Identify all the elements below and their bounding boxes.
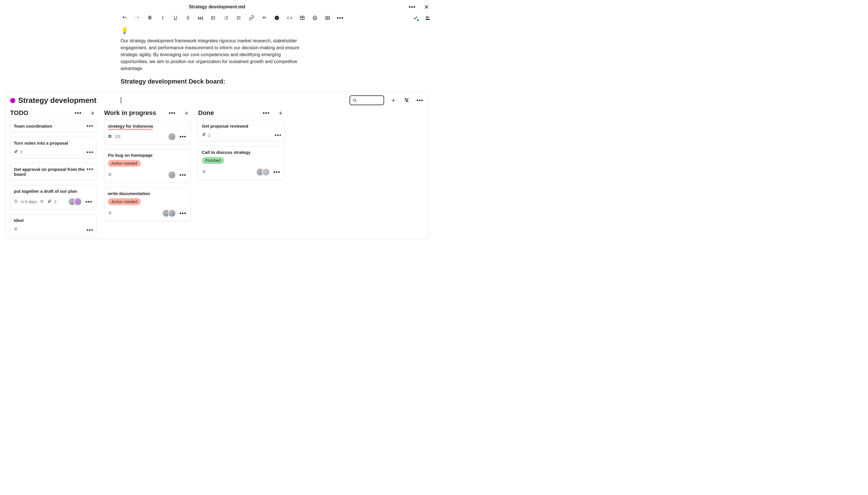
assignees <box>162 209 176 217</box>
clear-filter-button[interactable] <box>403 96 411 104</box>
avatar <box>168 133 176 141</box>
card-menu-button[interactable]: ••• <box>179 171 187 179</box>
card[interactable]: Fix bug on homepage Action needed ••• <box>104 149 191 183</box>
column-title[interactable]: TODO <box>10 109 28 117</box>
card-menu-button[interactable]: ••• <box>179 209 187 217</box>
emoji-button[interactable] <box>312 15 318 21</box>
card-menu-button[interactable]: ••• <box>273 168 281 176</box>
card-title: Get proposal reviewed <box>202 124 281 129</box>
board-title[interactable]: Strategy development <box>18 96 97 105</box>
card[interactable]: Get approval on proposal from the board … <box>10 163 97 181</box>
attachment-count: 1 <box>208 133 211 137</box>
add-card-button[interactable]: ＋ <box>277 109 284 117</box>
underline-button[interactable]: U <box>173 15 178 21</box>
share-users-button[interactable] <box>425 15 430 21</box>
card-title: Get approval on proposal from the board <box>14 167 93 177</box>
add-card-button[interactable]: ＋ <box>88 109 97 117</box>
svg-point-11 <box>315 17 316 18</box>
card-menu-button[interactable]: ••• <box>85 198 93 206</box>
link-button[interactable] <box>249 15 255 21</box>
column-title[interactable]: Done <box>198 109 214 117</box>
column-todo: TODO ••• ＋ Team coordination ••• Turn no… <box>10 109 97 236</box>
italic-button[interactable]: I <box>160 15 165 21</box>
card-menu-button[interactable]: ••• <box>86 123 94 129</box>
svg-point-0 <box>212 16 212 17</box>
unordered-list-button[interactable] <box>211 15 216 21</box>
svg-point-14 <box>426 16 428 18</box>
board-search[interactable] <box>349 96 384 105</box>
card-menu-button[interactable]: ••• <box>86 227 94 233</box>
code-block-button[interactable] <box>286 15 292 21</box>
column-wip: Work in progress ••• ＋ strategy for indo… <box>104 109 191 226</box>
avatar <box>168 209 176 217</box>
undo-button[interactable] <box>122 15 128 21</box>
card-label: Finished <box>202 157 224 164</box>
board-more-button[interactable]: ••• <box>416 96 424 104</box>
description-icon <box>108 211 113 216</box>
document-body[interactable]: 💡 Our strategy development framework int… <box>120 27 305 85</box>
board-color-dot <box>10 98 15 103</box>
card-menu-button[interactable]: ••• <box>179 133 187 141</box>
checklist-button[interactable] <box>236 15 242 21</box>
card-label: Action needed <box>108 160 141 167</box>
svg-text:3: 3 <box>224 18 225 20</box>
add-card-button[interactable]: ＋ <box>182 109 191 117</box>
add-list-button[interactable]: ＋ <box>389 96 397 104</box>
board-menu-button[interactable]: ••• <box>117 97 125 105</box>
clock-icon <box>14 199 18 204</box>
image-button[interactable] <box>325 15 330 21</box>
heading-button[interactable]: H1 <box>198 15 203 21</box>
card-title: Call to discuss strategy <box>202 150 281 155</box>
ordered-list-button[interactable]: 123 <box>223 15 229 21</box>
bold-button[interactable]: B <box>147 15 153 21</box>
card-menu-button[interactable]: ••• <box>86 166 94 172</box>
attachment-icon <box>202 133 206 138</box>
document-paragraph[interactable]: Our strategy development framework integ… <box>120 37 305 72</box>
card[interactable]: Turn notes into a proposal ••• 2 <box>10 137 97 158</box>
card-menu-button[interactable]: ••• <box>275 132 281 138</box>
svg-point-10 <box>314 17 315 18</box>
editor-toolbar: B I U H1 123 i <box>0 14 434 22</box>
svg-rect-12 <box>326 16 330 20</box>
svg-point-13 <box>327 17 327 18</box>
document-heading[interactable]: Strategy development Deck board: <box>120 78 305 85</box>
attachment-icon <box>47 199 51 204</box>
checklist-count: 2/3 <box>115 134 120 139</box>
sync-status-button[interactable] <box>413 15 419 21</box>
more-format-button[interactable]: ••• <box>338 15 343 21</box>
card[interactable]: Call to discuss strategy Finished ••• <box>198 146 284 180</box>
assignees <box>168 133 176 141</box>
column-done: Done ••• ＋ Get proposal reviewed ••• 1 C… <box>198 109 284 184</box>
card[interactable]: put together a draft of our plan in 8 da… <box>10 185 97 209</box>
card-menu-button[interactable]: ••• <box>86 149 94 155</box>
card[interactable]: write documentation Action needed ••• <box>104 187 191 221</box>
redo-button[interactable] <box>134 15 140 21</box>
column-title[interactable]: Work in progress <box>104 109 156 117</box>
strikethrough-button[interactable] <box>185 15 191 21</box>
close-button[interactable] <box>423 3 430 11</box>
card-title: put together a draft of our plan <box>14 189 93 194</box>
avatar <box>168 171 176 179</box>
info-block-button[interactable]: i <box>274 15 280 21</box>
more-actions-button[interactable]: ••• <box>408 3 416 11</box>
card[interactable]: Get proposal reviewed ••• 1 <box>198 120 284 141</box>
card[interactable]: strategy for indonesia 2/3 ••• <box>104 120 191 144</box>
document-title: Strategy development.md <box>189 4 245 10</box>
column-menu-button[interactable]: ••• <box>168 109 176 117</box>
board-search-input[interactable] <box>357 98 380 103</box>
card[interactable]: Idea! ••• <box>10 214 97 236</box>
assignees <box>68 198 82 206</box>
checklist-icon <box>108 134 112 139</box>
column-menu-button[interactable]: ••• <box>262 109 270 117</box>
description-icon <box>202 169 207 175</box>
due-date: in 8 days <box>21 199 37 204</box>
column-menu-button[interactable]: ••• <box>74 109 82 117</box>
card-title: write documentation <box>108 191 187 196</box>
sync-indicator-dot <box>417 19 419 21</box>
quote-button[interactable] <box>261 15 267 21</box>
svg-point-16 <box>353 99 356 101</box>
table-button[interactable] <box>299 15 305 21</box>
card[interactable]: Team coordination ••• <box>10 120 97 132</box>
window-header: Strategy development.md ••• <box>0 0 434 14</box>
svg-point-9 <box>313 16 317 20</box>
